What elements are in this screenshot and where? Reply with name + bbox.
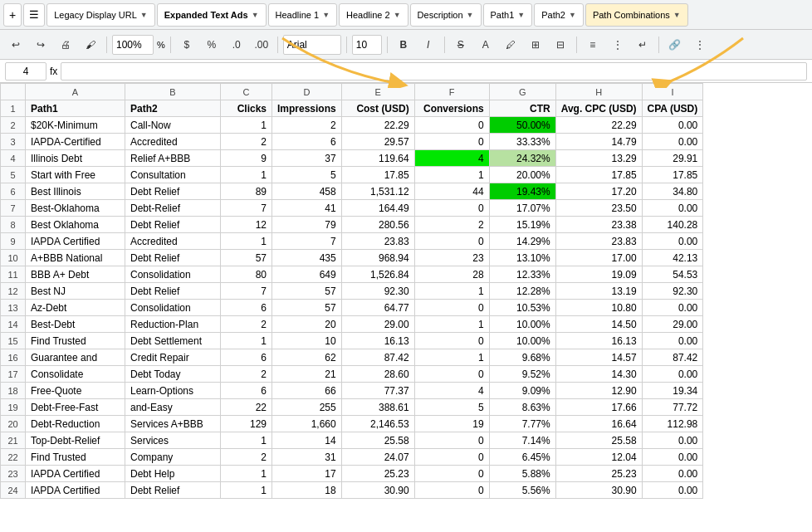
- cell-avg-cpc[interactable]: 25.23: [555, 466, 642, 482]
- cell-ctr[interactable]: 19.43%: [489, 183, 555, 200]
- cell-avg-cpc[interactable]: 19.09: [555, 266, 642, 283]
- cell-cpa[interactable]: 54.53: [642, 266, 703, 283]
- cell-impressions[interactable]: 62: [272, 349, 342, 366]
- col-header-H[interactable]: H: [555, 84, 642, 100]
- cell-path2[interactable]: Consolidation: [125, 266, 221, 283]
- cell-avg-cpc[interactable]: 14.30: [555, 366, 642, 383]
- cell-clicks[interactable]: 12: [221, 217, 272, 233]
- cell-cpa[interactable]: 0.00: [642, 333, 703, 349]
- strikethrough-button[interactable]: S: [450, 34, 472, 56]
- cell-path2[interactable]: Debt Relief: [125, 183, 221, 200]
- cell-ctr[interactable]: 20.00%: [489, 167, 555, 183]
- cell-ctr[interactable]: 10.00%: [489, 316, 555, 333]
- cell-ctr[interactable]: 12.33%: [489, 266, 555, 283]
- cell-clicks[interactable]: 1: [221, 167, 272, 183]
- cell-avg-cpc[interactable]: 13.19: [555, 283, 642, 300]
- cell-avg-cpc[interactable]: 17.20: [555, 183, 642, 200]
- cell-clicks[interactable]: 57: [221, 250, 272, 266]
- cell-cpa[interactable]: 0.00: [642, 482, 703, 499]
- cell-cost[interactable]: 2,146.53: [341, 416, 414, 432]
- cell-path1[interactable]: Top-Debt-Relief: [26, 432, 125, 449]
- cell-clicks[interactable]: 1: [221, 482, 272, 499]
- cell-avg-cpc[interactable]: 23.83: [555, 233, 642, 250]
- cell-cost[interactable]: 29.00: [341, 316, 414, 333]
- cell-path1[interactable]: IAPDA Certified: [26, 233, 125, 250]
- cell-cost[interactable]: 64.77: [341, 300, 414, 316]
- cell-path2[interactable]: Services A+BBB: [125, 416, 221, 432]
- cell-impressions[interactable]: 57: [272, 300, 342, 316]
- cell-impressions[interactable]: 57: [272, 283, 342, 300]
- tab-description[interactable]: Description ▼: [410, 3, 482, 27]
- cell-ctr[interactable]: 10.00%: [489, 333, 555, 349]
- cell-path1[interactable]: Az-Debt: [26, 300, 125, 316]
- cell-avg-cpc[interactable]: 23.50: [555, 200, 642, 217]
- cell-path2[interactable]: Learn-Options: [125, 383, 221, 399]
- cell-path2[interactable]: Call-Now: [125, 117, 221, 134]
- cell-clicks[interactable]: 1: [221, 117, 272, 134]
- cell-path2[interactable]: Relief A+BBB: [125, 150, 221, 167]
- cell-path1[interactable]: A+BBB National: [26, 250, 125, 266]
- cell-ctr[interactable]: 5.88%: [489, 466, 555, 482]
- cell-cost[interactable]: 23.83: [341, 233, 414, 250]
- cell-impressions[interactable]: 1,660: [272, 416, 342, 432]
- cell-impressions[interactable]: 31: [272, 449, 342, 466]
- tab-path-combinations[interactable]: Path Combinations ▼: [585, 3, 688, 27]
- cell-reference-input[interactable]: [5, 62, 46, 81]
- cell-cost[interactable]: 77.37: [341, 383, 414, 399]
- cell-path1[interactable]: Debt-Reduction: [26, 416, 125, 432]
- cell-path2[interactable]: Company: [125, 449, 221, 466]
- cell-impressions[interactable]: 7: [272, 233, 342, 250]
- italic-button[interactable]: I: [418, 34, 439, 56]
- cell-impressions[interactable]: 66: [272, 383, 342, 399]
- cell-path2[interactable]: Consolidation: [125, 300, 221, 316]
- cell-ctr[interactable]: 9.52%: [489, 366, 555, 383]
- cell-cpa[interactable]: 0.00: [642, 432, 703, 449]
- cell-conversions[interactable]: 0: [414, 482, 489, 499]
- cell-conversions[interactable]: 0: [414, 134, 489, 150]
- merge-button[interactable]: ⊟: [550, 34, 571, 56]
- cell-conversions[interactable]: 0: [414, 366, 489, 383]
- font-color-button[interactable]: A: [475, 34, 496, 56]
- cell-path1[interactable]: Best-Debt: [26, 316, 125, 333]
- cell-cpa[interactable]: 0.00: [642, 233, 703, 250]
- cell-ctr[interactable]: 6.45%: [489, 449, 555, 466]
- cell-ctr[interactable]: 50.00%: [489, 117, 555, 134]
- cell-conversions[interactable]: 0: [414, 466, 489, 482]
- cell-avg-cpc[interactable]: 23.38: [555, 217, 642, 233]
- cell-cost[interactable]: 968.94: [341, 250, 414, 266]
- cell-avg-cpc[interactable]: 17.85: [555, 167, 642, 183]
- cell-ctr[interactable]: 10.53%: [489, 300, 555, 316]
- cell-cost[interactable]: 30.90: [341, 482, 414, 499]
- cell-clicks[interactable]: 1: [221, 432, 272, 449]
- align-center-button[interactable]: ⋮: [607, 34, 629, 56]
- cell-avg-cpc[interactable]: 16.64: [555, 416, 642, 432]
- cell-avg-cpc[interactable]: 16.13: [555, 333, 642, 349]
- cell-path1[interactable]: Free-Quote: [26, 383, 125, 399]
- cell-cost[interactable]: 119.64: [341, 150, 414, 167]
- cell-path2[interactable]: Debt-Relief: [125, 200, 221, 217]
- cell-avg-cpc[interactable]: 14.79: [555, 134, 642, 150]
- cell-clicks[interactable]: 22: [221, 399, 272, 416]
- cell-path1[interactable]: $20K-Minimum: [26, 117, 125, 134]
- cell-path1[interactable]: Best NJ: [26, 283, 125, 300]
- cell-path1[interactable]: Consolidate: [26, 366, 125, 383]
- align-left-button[interactable]: ≡: [582, 34, 604, 56]
- cell-avg-cpc[interactable]: 14.50: [555, 316, 642, 333]
- cell-path2[interactable]: Debt Help: [125, 466, 221, 482]
- cell-ctr[interactable]: 8.63%: [489, 399, 555, 416]
- cell-path1[interactable]: Find Trusted: [26, 449, 125, 466]
- cell-path1[interactable]: BBB A+ Debt: [26, 266, 125, 283]
- cell-cpa[interactable]: 140.28: [642, 217, 703, 233]
- cell-cost[interactable]: 28.60: [341, 366, 414, 383]
- decimal-increase-button[interactable]: .00: [251, 34, 272, 56]
- cell-cost[interactable]: 17.85: [341, 167, 414, 183]
- wrap-text-button[interactable]: ↵: [632, 34, 653, 56]
- cell-cpa[interactable]: 17.85: [642, 167, 703, 183]
- cell-clicks[interactable]: 9: [221, 150, 272, 167]
- cell-ctr[interactable]: 7.14%: [489, 432, 555, 449]
- bold-button[interactable]: B: [393, 34, 414, 56]
- cell-impressions[interactable]: 14: [272, 432, 342, 449]
- cell-avg-cpc[interactable]: 12.04: [555, 449, 642, 466]
- borders-button[interactable]: ⊞: [525, 34, 546, 56]
- tab-headline1[interactable]: Headline 1 ▼: [268, 3, 338, 27]
